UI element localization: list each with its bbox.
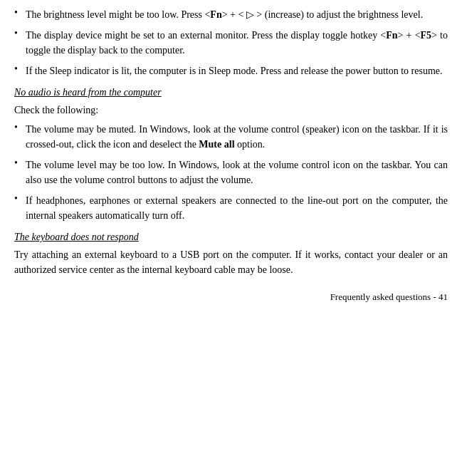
main-content: • The brightness level might be too low.… [14,7,448,303]
bullet-text: If the Sleep indicator is lit, the compu… [26,63,448,78]
footer-text: Frequently asked questions - 41 [330,291,448,302]
bullet-dot: • [14,63,26,75]
section3-body-text: Try attaching an external keyboard to a … [14,247,448,277]
section3-heading: The keyboard does not respond [14,232,448,243]
bullet-item: • The brightness level might be too low.… [14,7,448,22]
section2-heading: No audio is heard from the computer [14,87,448,98]
bullet-dot: • [14,193,26,205]
bullet-item: • If the Sleep indicator is lit, the com… [14,63,448,78]
bullet-item: • If headphones, earphones or external s… [14,193,448,223]
bullet-item: • The volume level may be too low. In Wi… [14,157,448,187]
bullet-list-section2: • The volume may be muted. In Windows, l… [14,122,448,223]
bullet-dot: • [14,122,26,133]
bullet-list-section1: • The brightness level might be too low.… [14,7,448,78]
bullet-item: • The display device might be set to an … [14,28,448,58]
bullet-dot: • [14,157,26,169]
bullet-dot: • [14,7,26,19]
bullet-text: The volume level may be too low. In Wind… [26,157,448,187]
bullet-text: The brightness level might be too low. P… [26,7,448,22]
bullet-text: The display device might be set to an ex… [26,28,448,58]
page-footer: Frequently asked questions - 41 [14,291,448,303]
bullet-text: If headphones, earphones or external spe… [26,193,448,223]
bullet-text: The volume may be muted. In Windows, loo… [26,122,448,152]
bullet-item: • The volume may be muted. In Windows, l… [14,122,448,152]
check-following-text: Check the following: [14,103,448,118]
bullet-dot: • [14,28,26,39]
